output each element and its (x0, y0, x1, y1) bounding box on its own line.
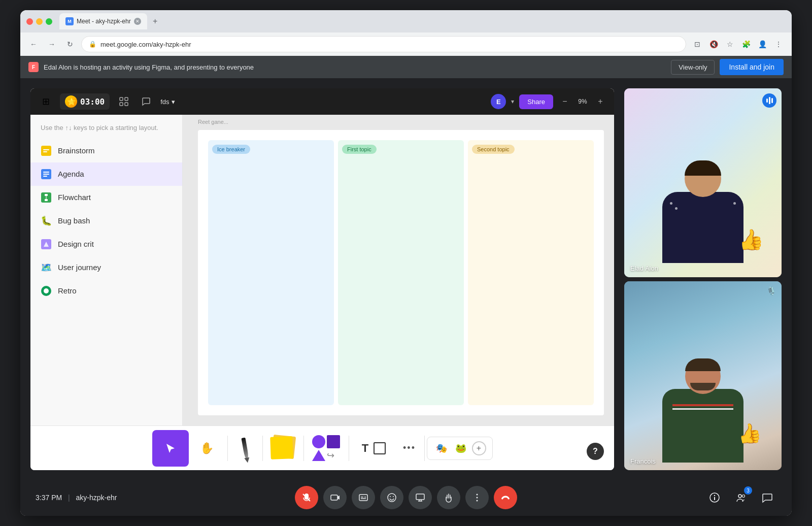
figma-file-title[interactable]: fds ▾ (160, 98, 175, 106)
figma-toolbar-right: E ▾ Share − 9% + (491, 94, 607, 109)
template-item-flowchart[interactable]: Flowchart (30, 186, 182, 209)
figma-logo-icon: ⊞ (42, 96, 50, 107)
figma-bottom-toolbar: ✋ (30, 425, 614, 470)
profile-icon[interactable]: 👤 (755, 37, 769, 51)
ellipsis-icon: ••• (403, 443, 416, 453)
template-item-brainstorm[interactable]: Brainstorm (30, 139, 182, 162)
screen-cast-icon[interactable]: ⊡ (690, 37, 704, 51)
cursor-tool[interactable] (152, 430, 189, 467)
svg-rect-9 (43, 174, 49, 175)
sticky-front (270, 436, 293, 459)
emoji-button[interactable] (380, 486, 403, 509)
figma-logo-button[interactable]: ⊞ (38, 93, 54, 110)
svg-rect-27 (416, 494, 424, 500)
template-item-userjourney[interactable]: 🗺️ User journey (30, 256, 182, 279)
svg-rect-1 (125, 97, 128, 101)
people-button[interactable]: 3 (732, 488, 750, 507)
extensions-icon[interactable]: 🧩 (739, 37, 753, 51)
more-tools-button[interactable]: ••• (397, 430, 422, 467)
menu-icon[interactable]: ⋮ (771, 37, 786, 51)
minimize-button[interactable] (36, 18, 43, 25)
grid-view-button[interactable] (116, 93, 132, 110)
template-item-agenda[interactable]: Agenda (30, 162, 182, 186)
user-avatar-button[interactable]: E (491, 94, 506, 109)
shapes-tool[interactable]: ↪ (306, 430, 347, 467)
thumbs-up-elad: 👍 (737, 227, 765, 253)
reload-button[interactable]: ↻ (63, 37, 77, 51)
current-time: 3:37 PM (36, 494, 62, 502)
canvas-content: Ice breaker First topic Second topic (198, 130, 604, 415)
svg-point-35 (742, 495, 745, 498)
tab-favicon: M (65, 17, 74, 25)
bottom-bar: 3:37 PM | aky-hzpk-ehr (20, 479, 792, 516)
template-item-retro[interactable]: Retro (30, 279, 182, 303)
flowchart-icon (41, 192, 52, 203)
video-panel-francois: 👍 🎙️ Francois (624, 281, 782, 470)
present-button[interactable] (409, 486, 432, 509)
template-list: Brainstorm Agenda Flowchar (30, 139, 182, 426)
svg-rect-14 (46, 196, 47, 199)
hair-elad (685, 160, 721, 176)
captions-button[interactable] (352, 486, 375, 509)
raise-hand-button[interactable] (437, 486, 460, 509)
person-elad: 👍 (647, 160, 759, 262)
more-options-button[interactable] (465, 486, 489, 509)
svg-rect-8 (43, 172, 49, 173)
comment-button[interactable] (138, 93, 154, 110)
end-call-button[interactable] (494, 486, 517, 509)
help-button[interactable]: ? (587, 443, 604, 460)
sticky-note-tool[interactable] (265, 430, 301, 467)
traffic-lights (26, 18, 52, 25)
plugin-1-icon[interactable]: 🎭 (433, 440, 450, 456)
active-tab[interactable]: M Meet - aky-hzpk-ehr ✕ (59, 13, 147, 29)
bugbash-icon: 🐛 (41, 215, 52, 226)
text-tools[interactable]: T (351, 430, 397, 467)
toolbar-divider-5 (424, 436, 425, 461)
svg-point-25 (390, 496, 391, 497)
forward-button[interactable]: → (45, 37, 59, 51)
template-item-designcrit[interactable]: Design crit (30, 233, 182, 256)
canvas-title: Reet gane... (198, 119, 228, 125)
browser-window: M Meet - aky-hzpk-ehr ✕ + ← → ↻ 🔒 meet.g… (20, 10, 792, 516)
back-button[interactable]: ← (26, 37, 41, 51)
camera-button[interactable] (323, 486, 347, 509)
svg-rect-12 (45, 194, 48, 196)
svg-rect-3 (125, 103, 128, 106)
add-plugin-button[interactable]: + (472, 441, 486, 455)
share-button[interactable]: Share (519, 94, 553, 109)
tab-close-button[interactable]: ✕ (134, 18, 141, 25)
shirt-dot (675, 207, 678, 210)
address-bar[interactable]: 🔒 meet.google.com/aky-hzpk-ehr (81, 36, 686, 52)
chat-button[interactable] (758, 488, 776, 507)
circle-shape (312, 435, 325, 448)
svg-rect-2 (120, 103, 123, 106)
timer-avatar: ⭐ (65, 95, 77, 108)
stripe2-francois (672, 408, 733, 410)
mute-tab-icon[interactable]: 🔇 (706, 37, 721, 51)
figma-canvas[interactable]: Reet gane... Ice breaker First topic Sec… (183, 115, 614, 425)
close-button[interactable] (26, 18, 33, 25)
new-tab-button[interactable]: + (149, 15, 161, 27)
figma-workspace: Use the ↑↓ keys to pick a starting layou… (30, 115, 614, 425)
install-join-button[interactable]: Install and join (720, 59, 784, 75)
thumbs-up-francois: 👍 (736, 421, 763, 446)
hand-tool[interactable]: ✋ (189, 430, 225, 467)
bugbash-label: Bug bash (58, 216, 90, 225)
pen-tool[interactable] (230, 430, 260, 467)
plugin-2-icon[interactable]: 🐸 (453, 440, 469, 456)
info-button[interactable] (705, 488, 724, 507)
zoom-in-button[interactable]: + (594, 95, 607, 108)
user-dropdown-arrow[interactable]: ▾ (511, 98, 514, 105)
template-item-bugbash[interactable]: 🐛 Bug bash (30, 209, 182, 233)
maximize-button[interactable] (46, 18, 52, 25)
plugins-group: 🎭 🐸 + (427, 437, 493, 460)
mute-button[interactable] (295, 486, 318, 509)
zoom-out-button[interactable]: − (558, 95, 571, 108)
bookmark-icon[interactable]: ☆ (723, 37, 737, 51)
tab-title: Meet - aky-hzpk-ehr (77, 18, 131, 25)
hand-icon: ✋ (200, 442, 214, 455)
svg-point-28 (477, 494, 478, 496)
title-dropdown-icon: ▾ (172, 98, 175, 106)
toolbar-divider-3 (303, 436, 304, 461)
view-only-button[interactable]: View-only (671, 60, 715, 75)
